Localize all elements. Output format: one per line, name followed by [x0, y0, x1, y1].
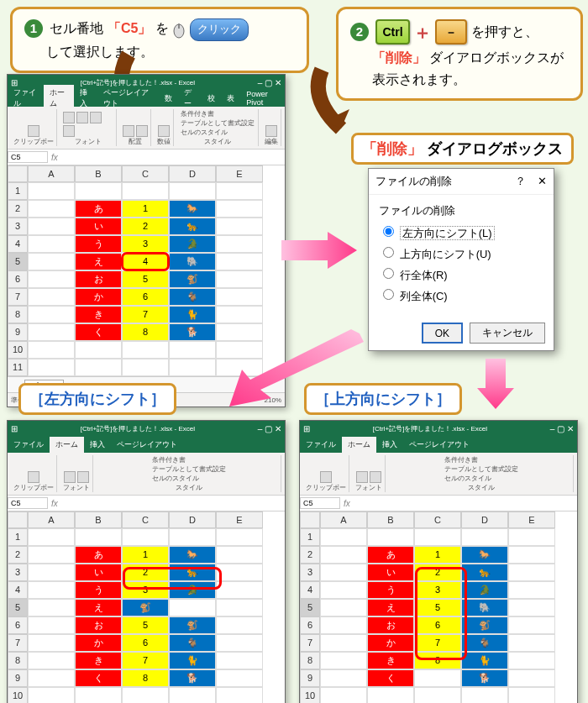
- row-4[interactable]: 4: [8, 235, 28, 253]
- rr2-1[interactable]: テーブルとして書式設定: [152, 464, 226, 474]
- window-controls-2[interactable]: – ▢ ✕: [258, 424, 281, 433]
- u-row-5[interactable]: 5: [300, 599, 320, 616]
- row-5[interactable]: 5: [8, 253, 28, 270]
- u-C7[interactable]: 7: [414, 634, 461, 652]
- row-7[interactable]: 7: [8, 288, 28, 306]
- row-1[interactable]: 1: [8, 182, 28, 200]
- l-row-8[interactable]: 8: [8, 652, 28, 669]
- u-row-2[interactable]: 2: [300, 546, 320, 564]
- B3[interactable]: い: [75, 218, 122, 235]
- u-row-7[interactable]: 7: [300, 634, 320, 652]
- u-C9[interactable]: [414, 669, 461, 687]
- fx-3[interactable]: fx: [340, 499, 354, 508]
- u-row-1[interactable]: 1: [300, 528, 320, 546]
- C8[interactable]: 7: [122, 306, 169, 323]
- ribbon-tabs[interactable]: ファイル ホーム 挿入 ページレイアウト 数 デー 校 表 Power Pivo…: [8, 90, 285, 107]
- l-C2[interactable]: 1: [122, 546, 169, 564]
- tab-home[interactable]: ホーム: [44, 85, 74, 112]
- u-B7[interactable]: か: [367, 634, 414, 652]
- l-D5[interactable]: [169, 599, 216, 616]
- l-B4[interactable]: う: [75, 581, 122, 599]
- cancel-button[interactable]: キャンセル: [470, 323, 545, 344]
- l-C3[interactable]: 2: [122, 564, 169, 581]
- l-B6[interactable]: お: [75, 616, 122, 634]
- col-D[interactable]: D: [169, 165, 216, 182]
- window-controls[interactable]: – ▢ ✕: [258, 78, 281, 87]
- u-D2[interactable]: 🐎: [461, 546, 508, 564]
- C5-selected[interactable]: 4: [122, 253, 169, 270]
- u-B9[interactable]: く: [367, 669, 414, 687]
- D5[interactable]: 🐘: [169, 253, 216, 270]
- l-col-B[interactable]: B: [75, 512, 122, 528]
- C3[interactable]: 2: [122, 218, 169, 235]
- u-D7[interactable]: 🐐: [461, 634, 508, 652]
- l-row-9[interactable]: 9: [8, 669, 28, 687]
- u-D4[interactable]: 🐊: [461, 581, 508, 599]
- tab-data[interactable]: デー: [178, 85, 202, 112]
- l-B7[interactable]: か: [75, 634, 122, 652]
- l-col-C[interactable]: C: [122, 512, 169, 528]
- u-D6[interactable]: 🐒: [461, 616, 508, 634]
- opt-entire-col[interactable]: 列全体(C): [379, 286, 543, 304]
- u-B5[interactable]: え: [367, 599, 414, 616]
- u-C2[interactable]: 1: [414, 546, 461, 564]
- C4[interactable]: 3: [122, 235, 169, 253]
- tab2-home[interactable]: ホーム: [50, 437, 84, 453]
- l-row-1[interactable]: 1: [8, 528, 28, 546]
- u-C8[interactable]: 8: [414, 652, 461, 669]
- u-col-A[interactable]: A: [320, 512, 367, 528]
- rr3-0[interactable]: 条件付き書: [444, 455, 518, 464]
- tab2-layout[interactable]: ページレイアウト: [111, 437, 183, 453]
- C9[interactable]: 8: [122, 323, 169, 341]
- rr2-2[interactable]: セルのスタイル: [152, 474, 226, 483]
- tab3-layout[interactable]: ページレイアウト: [403, 437, 475, 453]
- tab-layout[interactable]: ページレイアウト: [97, 85, 158, 112]
- tab-view[interactable]: 表: [221, 91, 240, 107]
- l-D3[interactable]: 🐆: [169, 564, 216, 581]
- u-D3[interactable]: 🐆: [461, 564, 508, 581]
- l-C4[interactable]: 3: [122, 581, 169, 599]
- l-C5[interactable]: 🐒: [122, 599, 169, 616]
- B4[interactable]: う: [75, 235, 122, 253]
- D8[interactable]: 🐈: [169, 306, 216, 323]
- tab2-file[interactable]: ファイル: [8, 437, 50, 453]
- B6[interactable]: お: [75, 270, 122, 288]
- l-C6[interactable]: 5: [122, 616, 169, 634]
- col-E[interactable]: E: [216, 165, 263, 182]
- u-row-3[interactable]: 3: [300, 564, 320, 581]
- l-row-6[interactable]: 6: [8, 616, 28, 634]
- l-C7[interactable]: 6: [122, 634, 169, 652]
- u-D8[interactable]: 🐈: [461, 652, 508, 669]
- row-9[interactable]: 9: [8, 323, 28, 341]
- l-D2[interactable]: 🐎: [169, 546, 216, 564]
- u-C3[interactable]: 2: [414, 564, 461, 581]
- l-B9[interactable]: く: [75, 669, 122, 687]
- u-B4[interactable]: う: [367, 581, 414, 599]
- l-row-10[interactable]: 10: [8, 687, 28, 703]
- l-B8[interactable]: き: [75, 652, 122, 669]
- B7[interactable]: か: [75, 288, 122, 306]
- u-row-9[interactable]: 9: [300, 669, 320, 687]
- l-D4[interactable]: 🐊: [169, 581, 216, 599]
- col-B[interactable]: B: [75, 165, 122, 182]
- u-row-8[interactable]: 8: [300, 652, 320, 669]
- l-row-5[interactable]: 5: [8, 599, 28, 616]
- tab3-file[interactable]: ファイル: [300, 437, 342, 453]
- grid-left-result[interactable]: ABCDE 1 2あ1🐎 3い2🐆 4う3🐊 5え🐒 6お5🐒 7か6🐐 8き7…: [8, 512, 285, 703]
- ok-button[interactable]: OK: [422, 323, 463, 344]
- tab-pivot[interactable]: Power Pivot: [240, 87, 285, 109]
- u-col-C[interactable]: C: [414, 512, 461, 528]
- D7[interactable]: 🐐: [169, 288, 216, 306]
- u-B6[interactable]: お: [367, 616, 414, 634]
- u-col-D[interactable]: D: [461, 512, 508, 528]
- fx-icon[interactable]: fx: [48, 153, 61, 162]
- row-6[interactable]: 6: [8, 270, 28, 288]
- row-11[interactable]: 11: [8, 359, 28, 376]
- l-D7[interactable]: 🐐: [169, 634, 216, 652]
- window-controls-3[interactable]: – ▢ ✕: [550, 424, 574, 433]
- rr3-1[interactable]: テーブルとして書式設定: [444, 464, 518, 474]
- l-B5[interactable]: え: [75, 599, 122, 616]
- u-C4[interactable]: 3: [414, 581, 461, 599]
- l-D9[interactable]: 🐕: [169, 669, 216, 687]
- l-D6[interactable]: 🐒: [169, 616, 216, 634]
